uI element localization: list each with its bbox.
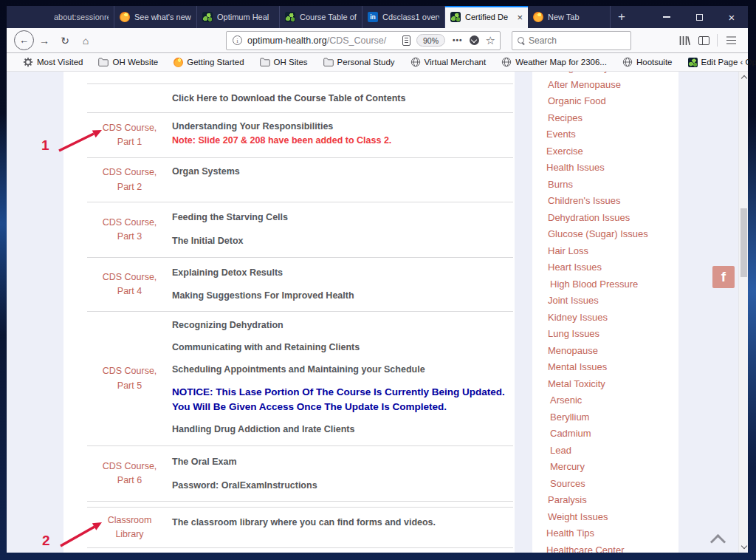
sidebar-link[interactable]: Sources: [546, 476, 678, 493]
download-toc-link[interactable]: Click Here to Download the Course Table …: [172, 93, 405, 103]
sidebar-topic-list: Eating Healthy After Menopause Organic F…: [546, 72, 678, 553]
toolbar-right-icons: [675, 31, 740, 50]
gear-icon: [23, 57, 33, 67]
sidebar-link[interactable]: Kidney Issues: [546, 310, 678, 327]
sidebar-link[interactable]: Mercury: [546, 459, 678, 476]
search-input[interactable]: [529, 35, 610, 46]
bookmark-item-edit-page[interactable]: Edit Page ‹ Optimum ...: [688, 58, 756, 67]
back-to-top-button[interactable]: [710, 534, 726, 550]
bookmark-item-most-visited[interactable]: Most Visited: [23, 57, 83, 67]
tab-see-whats-new[interactable]: See what's new: [114, 6, 197, 28]
tab-optimum-health[interactable]: Optimum Heal: [197, 6, 280, 28]
sidebar-link[interactable]: Heart Issues: [546, 259, 678, 276]
sidebar-link[interactable]: After Menopause: [546, 77, 678, 94]
sidebar-link[interactable]: Dehydration Issues: [546, 210, 678, 227]
sidebar-link[interactable]: Lead: [546, 443, 678, 460]
bookmark-item-virtual-merchant[interactable]: Virtual Merchant: [410, 57, 487, 67]
course-link-line: Part 2: [117, 180, 142, 195]
sidebar-link[interactable]: Arsenic: [546, 392, 678, 409]
minimize-button[interactable]: [650, 6, 683, 28]
bookmark-label: Edit Page ‹ Optimum ...: [701, 58, 756, 66]
bookmark-star-icon[interactable]: ☆: [486, 35, 495, 46]
sidebar-link[interactable]: Healthcare Center: [546, 542, 678, 553]
sidebar-link[interactable]: Hair Loss: [546, 243, 678, 260]
course-description: The Oral Exam Password: OralExamInstruct…: [172, 446, 513, 501]
sidebar-link[interactable]: Paralysis: [546, 492, 678, 509]
tab-about-sessionrestore[interactable]: about:sessionrestor: [32, 6, 114, 28]
bookmark-item-oh-sites[interactable]: OH Sites: [260, 57, 308, 67]
bookmark-item-getting-started[interactable]: Getting Started: [173, 58, 244, 67]
course-topic: Feeding the Starving Cells: [172, 211, 513, 225]
sidebar-link[interactable]: Mental Issues: [546, 359, 678, 376]
globe-icon: [410, 57, 421, 67]
menu-button[interactable]: [721, 31, 740, 50]
home-button[interactable]: ⌂: [75, 30, 96, 51]
sidebar-link[interactable]: Weight Issues: [546, 509, 678, 526]
sidebar-link[interactable]: Health Tips: [546, 525, 678, 542]
sidebar-link[interactable]: Beryllium: [546, 409, 678, 426]
course-table: Click Here to Download the Course Table …: [87, 72, 513, 548]
reader-mode-icon[interactable]: [402, 35, 410, 46]
tab-course-table[interactable]: Course Table of: [280, 6, 362, 28]
bookmark-item-oh-website[interactable]: OH Website: [98, 57, 158, 67]
scroll-up-button[interactable]: [740, 75, 746, 81]
classroom-library-link[interactable]: Classroom Library: [87, 508, 172, 547]
course-link-part-2[interactable]: CDS Course, Part 2: [87, 158, 172, 202]
pocket-icon[interactable]: [470, 35, 479, 45]
sidebar-link[interactable]: Glucose (Sugar) Issues: [546, 226, 678, 243]
sidebar-link[interactable]: Children's Issues: [546, 193, 678, 210]
course-link-part-3[interactable]: CDS Course, Part 3: [87, 202, 172, 257]
sidebar-link[interactable]: Joint Issues: [546, 293, 678, 310]
url-bar[interactable]: i optimum-health.org /CDS_Course/ 90% ••…: [226, 31, 501, 50]
course-description: Organ Systems: [172, 158, 513, 202]
table-row-part-6: CDS Course, Part 6 The Oral Exam Passwor…: [87, 446, 513, 502]
zoom-indicator[interactable]: 90%: [416, 34, 445, 47]
sidebar-link[interactable]: Recipes: [546, 110, 678, 127]
bookmark-item-hootsuite[interactable]: Hootsuite: [622, 57, 673, 67]
bookmark-label: Getting Started: [187, 58, 244, 66]
sidebar-link[interactable]: Cadmium: [546, 426, 678, 443]
sidebar-link[interactable]: Exercise: [546, 143, 678, 160]
forward-button[interactable]: →: [34, 30, 55, 51]
reload-button[interactable]: ↻: [55, 30, 75, 51]
scrollbar[interactable]: [738, 72, 748, 553]
sidebar-link[interactable]: Metal Toxicity: [546, 376, 678, 393]
tab-new-tab[interactable]: New Tab: [528, 6, 611, 28]
folder-icon: [98, 57, 109, 67]
sidebar-link[interactable]: Menopause: [546, 343, 678, 360]
maximize-button[interactable]: [683, 6, 715, 28]
bookmark-item-personal-study[interactable]: Personal Study: [323, 57, 395, 67]
page-actions-icon[interactable]: •••: [453, 36, 463, 44]
titlebar-drag-space: [633, 6, 650, 28]
new-tab-button[interactable]: +: [611, 6, 633, 28]
titlebar-drag-space: [7, 6, 32, 28]
scroll-down-button[interactable]: [740, 543, 746, 549]
sidebar-link[interactable]: Health Issues: [546, 160, 678, 177]
library-button[interactable]: [675, 31, 694, 50]
course-link-line: Part 6: [117, 474, 142, 488]
tab-certified-active[interactable]: Certified De ×: [445, 6, 528, 28]
course-link-part-4[interactable]: CDS Course, Part 4: [87, 258, 172, 311]
back-button[interactable]: ←: [14, 30, 34, 50]
sidebar-link[interactable]: High Blood Pressure: [546, 276, 678, 293]
course-link-part-1[interactable]: CDS Course, Part 1: [87, 113, 172, 157]
course-link-line: CDS Course,: [103, 165, 157, 180]
course-link-part-6[interactable]: CDS Course, Part 6: [87, 446, 172, 501]
course-link-line: Part 5: [117, 379, 142, 394]
facebook-share-button[interactable]: f: [712, 266, 735, 288]
sidebar-toggle-button[interactable]: [694, 31, 713, 50]
course-link-part-5[interactable]: CDS Course, Part 5: [87, 312, 172, 445]
close-button[interactable]: ×: [715, 6, 748, 28]
sidebar-link[interactable]: Events: [546, 126, 678, 143]
tab-cdsclass1[interactable]: in Cdsclass1 overv: [362, 6, 445, 28]
sidebar-link[interactable]: Lung Issues: [546, 326, 678, 343]
bookmark-item-weather-map[interactable]: Weather Map for 2306...: [501, 57, 607, 67]
optimum-health-icon: [285, 12, 295, 22]
sidebar-link[interactable]: Burns: [546, 177, 678, 194]
sidebar-link[interactable]: Organic Food: [546, 93, 678, 110]
scrollbar-thumb[interactable]: [740, 208, 747, 277]
maximize-icon: [696, 14, 703, 21]
site-info-icon[interactable]: i: [233, 35, 242, 45]
tab-close-icon[interactable]: ×: [517, 12, 523, 23]
search-bar[interactable]: [512, 31, 631, 50]
